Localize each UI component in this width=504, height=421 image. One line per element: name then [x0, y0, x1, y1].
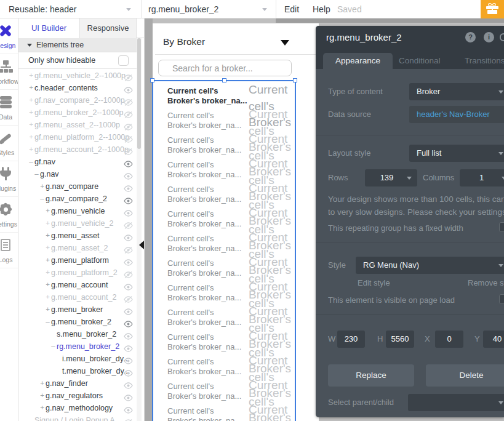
whats-new-button[interactable]: [481, 0, 504, 18]
menu-edit[interactable]: Edit: [284, 0, 299, 18]
help-icon[interactable]: ?: [465, 32, 476, 42]
data-source-expression[interactable]: header's Nav-Broker: [409, 106, 504, 123]
visible-on-load-checkbox[interactable]: [499, 294, 504, 304]
rail-item-plugins[interactable]: Plugins: [0, 161, 18, 197]
tree-item-g-nav_compare[interactable]: +g.nav_compare: [18, 180, 137, 192]
tree-item-gf-menu_broker_2-1000p[interactable]: +gf.menu_broker_2--1000p: [18, 106, 137, 118]
rows-dropdown[interactable]: 139: [365, 169, 417, 186]
tree-item-g-menu_account[interactable]: +g.menu_account: [18, 278, 137, 291]
chevron-down-icon[interactable]: [126, 8, 131, 11]
tab-transitions[interactable]: Transitions: [465, 53, 504, 69]
tab-conditional[interactable]: Conditional: [399, 53, 441, 69]
expand-icon[interactable]: +: [28, 106, 34, 118]
tree-item-g-nav_methodology[interactable]: +g.nav_methodology: [18, 401, 137, 414]
layout-style-dropdown[interactable]: Full list: [409, 145, 504, 162]
tree-item-g-menu_vehicle_2[interactable]: +g.menu_vehicle_2: [18, 217, 137, 229]
expand-icon[interactable]: +: [39, 377, 45, 389]
rail-item-data[interactable]: Data: [0, 90, 18, 126]
tree-item-gf-nav[interactable]: –gf.nav: [18, 155, 137, 167]
tree-item-g-menu_account_2[interactable]: +g.menu_account_2: [18, 291, 137, 303]
tree-item-g-menu_platform_2[interactable]: +g.menu_platform_2: [18, 266, 137, 278]
expand-icon[interactable]: +: [45, 254, 50, 266]
menu-help[interactable]: Help: [313, 0, 330, 18]
tree-item-gf-menu_account_2-1000p[interactable]: +gf.menu_account_2--1000p: [18, 143, 137, 155]
resize-handle[interactable]: [222, 78, 226, 82]
tab-ui-builder[interactable]: UI Builder: [18, 18, 80, 38]
tree-item-g-menu_broker[interactable]: +g.menu_broker: [18, 303, 137, 315]
expand-icon[interactable]: +: [45, 291, 50, 303]
tab-appearance[interactable]: Appearance: [323, 53, 393, 69]
eye-slash-icon[interactable]: [124, 417, 133, 421]
reusable-selector[interactable]: Reusable: header: [9, 0, 77, 18]
tree-item-g-menu_asset_2[interactable]: +g.menu_asset_2: [18, 241, 137, 254]
selection-outline[interactable]: [152, 80, 296, 421]
tree-item-c-header_contents[interactable]: +c.header_contents: [18, 81, 137, 94]
expand-icon[interactable]: +: [45, 241, 50, 254]
height-input[interactable]: 5560: [386, 331, 414, 348]
tree-item-gf-menu_asset_2-1000p[interactable]: +gf.menu_asset_2--1000p: [18, 118, 137, 130]
expand-icon[interactable]: +: [45, 204, 50, 217]
expand-icon[interactable]: +: [45, 217, 50, 229]
tree-item-g-menu_vehicle[interactable]: +g.menu_vehicle: [18, 204, 137, 217]
elements-tree-header[interactable]: Elements tree: [18, 38, 137, 52]
width-input[interactable]: 230: [337, 331, 365, 348]
tree-item-g-nav_compare_2[interactable]: –g.nav_compare_2: [18, 192, 137, 204]
expand-icon[interactable]: +: [39, 180, 45, 192]
expand-icon[interactable]: +: [28, 118, 34, 130]
expand-icon[interactable]: +: [28, 81, 34, 94]
x-input[interactable]: 0: [435, 331, 463, 348]
tree-item-rg-menu_broker_2[interactable]: –rg.menu_broker_2: [18, 340, 137, 352]
tree-item-gf-menu_platform_2-1000p[interactable]: +gf.menu_platform_2--1000p: [18, 130, 137, 143]
rail-item-workflow[interactable]: Workflow: [0, 54, 18, 90]
tree-item-g-menu_asset[interactable]: +g.menu_asset: [18, 229, 137, 241]
tree-item-g-nav[interactable]: –g.nav: [18, 167, 137, 180]
element-selector[interactable]: rg.menu_broker_2: [148, 0, 218, 18]
rail-item-settings[interactable]: Settings: [0, 197, 18, 233]
expand-icon[interactable]: +: [39, 401, 45, 414]
only-show-hideable-checkbox[interactable]: [118, 55, 129, 66]
expand-icon[interactable]: +: [45, 303, 50, 315]
expand-icon[interactable]: +: [28, 143, 34, 155]
chevron-down-icon[interactable]: [262, 8, 267, 11]
collapse-icon[interactable]: –: [39, 192, 45, 204]
tree-item-s-menu_broker_2[interactable]: s.menu_broker_2: [18, 327, 137, 340]
remove-style-link[interactable]: Remove style: [468, 278, 504, 287]
expand-icon[interactable]: +: [45, 278, 50, 291]
resize-handle[interactable]: [150, 78, 154, 82]
collapse-icon[interactable]: –: [50, 340, 56, 352]
tree-item-gf-nav_compare_2-1000p[interactable]: +gf.nav_compare_2--1000p: [18, 94, 137, 106]
fixed-width-checkbox[interactable]: [499, 222, 504, 232]
tree-item-g-menu_platform[interactable]: +g.menu_platform: [18, 254, 137, 266]
collapse-icon[interactable]: –: [28, 155, 34, 167]
tree-item-g-nav_finder[interactable]: +g.nav_finder: [18, 377, 137, 389]
delete-button[interactable]: Delete: [426, 364, 504, 387]
tree-item-gf-menu_vehicle_2-1000p[interactable]: +gf.menu_vehicle_2--1000p: [18, 69, 137, 81]
style-dropdown[interactable]: RG Menu (Nav): [356, 257, 504, 274]
tree-item-g-menu_broker_2[interactable]: –g.menu_broker_2: [18, 315, 137, 327]
collapse-icon[interactable]: –: [34, 167, 39, 180]
expand-icon[interactable]: +: [45, 229, 50, 241]
expand-icon[interactable]: +: [28, 130, 34, 143]
expand-icon[interactable]: +: [39, 389, 45, 401]
rail-item-logs[interactable]: Logs: [0, 233, 18, 268]
edit-style-link[interactable]: Edit style: [358, 278, 390, 287]
tree-scrollbar[interactable]: [137, 38, 142, 421]
tree-item-i-menu_broker_dy-[interactable]: i.menu_broker_dy...: [18, 352, 137, 364]
rail-item-design[interactable]: Design: [0, 18, 18, 54]
resize-handle[interactable]: [293, 78, 297, 82]
select-parent-dropdown[interactable]: [408, 394, 504, 411]
tab-responsive[interactable]: Responsive: [80, 18, 137, 38]
chat-icon[interactable]: [500, 33, 504, 41]
expand-icon[interactable]: +: [45, 266, 50, 278]
horizontal-scrollbar[interactable]: [276, 18, 504, 23]
type-of-content-dropdown[interactable]: Broker: [409, 83, 504, 100]
y-input[interactable]: 40: [483, 331, 504, 348]
info-icon[interactable]: i: [484, 32, 494, 42]
rail-item-styles[interactable]: Styles: [0, 126, 18, 161]
panel-collapse-icon[interactable]: [139, 241, 144, 249]
expand-icon[interactable]: +: [28, 94, 34, 106]
collapse-icon[interactable]: –: [45, 315, 50, 327]
replace-button[interactable]: Replace: [328, 364, 414, 387]
tree-item-t-menu_broker_dy-[interactable]: t.menu_broker_dy...: [18, 364, 137, 377]
expand-icon[interactable]: +: [28, 69, 34, 81]
